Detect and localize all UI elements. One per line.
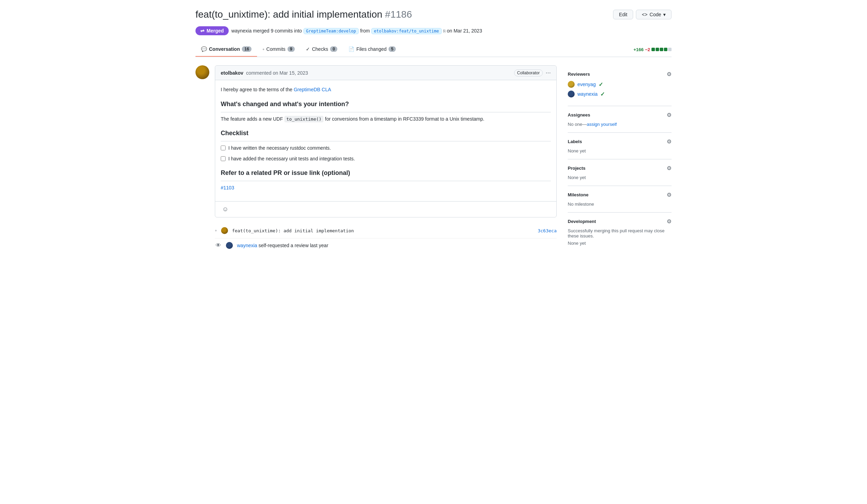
development-gear-button[interactable]: ⚙: [667, 218, 672, 225]
cla-text: I hereby agree to the terms of the: [221, 87, 292, 92]
pr-title-row: feat(to_unixtime): add initial implement…: [195, 8, 672, 21]
assignees-gear-button[interactable]: ⚙: [667, 112, 672, 118]
chevron-down-icon: ▾: [663, 12, 666, 17]
commit-message[interactable]: feat(to_unixtime): add initial implement…: [232, 228, 354, 233]
development-empty: None yet: [568, 241, 672, 246]
cla-link[interactable]: GreptimeDB CLA: [294, 87, 331, 92]
tabs-row: 💬 Conversation 16 ◦ Commits 9 ✓ Checks 0…: [195, 42, 672, 57]
tab-commits-label: Commits: [266, 46, 285, 52]
checks-icon: ✓: [306, 46, 310, 52]
labels-empty: None yet: [568, 148, 672, 153]
tab-files-changed[interactable]: 📄 Files changed 5: [343, 42, 401, 57]
tab-checks[interactable]: ✓ Checks 0: [300, 42, 343, 57]
comment-header: etolbakov commented on Mar 15, 2023 Coll…: [215, 66, 556, 80]
diff-block-2: [656, 48, 659, 51]
activity-user-link[interactable]: waynexia: [237, 243, 257, 248]
tab-files-label: Files changed: [356, 46, 386, 52]
reviewer-check-2: ✓: [600, 91, 605, 97]
commenter-avatar: [195, 65, 209, 79]
commit-hash[interactable]: 3c63eca: [538, 228, 557, 233]
activity-avatar: [226, 242, 233, 249]
merged-label: Merged: [207, 28, 224, 34]
tab-files-badge: 5: [389, 46, 396, 52]
milestone-header: Milestone ⚙: [568, 192, 672, 198]
related-issue-link[interactable]: #1103: [221, 185, 234, 190]
feature-desc-pre: The feature adds a new UDF: [221, 116, 283, 122]
from-text: from: [360, 28, 370, 34]
labels-header: Labels ⚙: [568, 138, 672, 145]
feature-code: to_unixtime(): [284, 116, 324, 122]
merge-info-text: waynexia merged 9 commits into: [231, 28, 302, 34]
milestone-gear-button[interactable]: ⚙: [667, 192, 672, 198]
commits-icon: ◦: [263, 46, 264, 52]
commit-avatar: [221, 227, 228, 234]
projects-gear-button[interactable]: ⚙: [667, 165, 672, 171]
diff-block-5: [668, 48, 672, 51]
reviewer-row-1: evenyag ✓: [568, 81, 672, 88]
cla-paragraph: I hereby agree to the terms of the Grept…: [221, 86, 551, 93]
pr-title-text: feat(to_unixtime): add initial implement…: [195, 9, 382, 20]
checklist-label-2: I have added the necessary unit tests an…: [228, 155, 355, 162]
assign-self-link[interactable]: assign yourself: [587, 122, 617, 127]
comment-header-left: etolbakov commented on Mar 15, 2023: [221, 70, 308, 76]
sidebar: Reviewers ⚙ evenyag ✓ waynexia ✓: [568, 65, 672, 258]
diff-deletions: −2: [645, 47, 650, 52]
sidebar-reviewers: Reviewers ⚙ evenyag ✓ waynexia ✓: [568, 65, 672, 106]
sidebar-projects: Projects ⚙ None yet: [568, 159, 672, 186]
code-button[interactable]: <> Code ▾: [636, 10, 672, 19]
checklist-checkbox-1[interactable]: [221, 146, 226, 150]
comment-author[interactable]: etolbakov: [221, 70, 243, 76]
tab-checks-badge: 0: [330, 46, 337, 52]
section3-title: Refer to a related PR or issue link (opt…: [221, 168, 551, 181]
section2-title: Checklist: [221, 128, 551, 141]
diff-block-4: [664, 48, 667, 51]
sidebar-labels: Labels ⚙ None yet: [568, 133, 672, 159]
merge-meta: waynexia merged 9 commits into GreptimeT…: [231, 28, 482, 34]
collaborator-badge: Collaborator: [514, 69, 543, 76]
base-branch-tag[interactable]: GreptimeTeam:develop: [303, 28, 359, 34]
checklist: I have written the necessary rustdoc com…: [221, 144, 551, 162]
related-issue-paragraph: #1103: [221, 184, 551, 192]
more-options-button[interactable]: ···: [546, 69, 551, 76]
conversation-icon: 💬: [201, 46, 207, 52]
merged-badge: ⇌ Merged: [195, 26, 229, 35]
feature-description: The feature adds a new UDF to_unixtime()…: [221, 115, 551, 123]
commit-row: ◦ feat(to_unixtime): add initial impleme…: [215, 223, 557, 239]
reviewers-title: Reviewers: [568, 72, 590, 77]
pr-title: feat(to_unixtime): add initial implement…: [195, 8, 412, 21]
diff-stat: +166 −2: [633, 43, 672, 56]
milestone-empty: No milestone: [568, 202, 672, 207]
head-branch-tag[interactable]: etolbakov:feat/to_unixtime: [371, 28, 442, 34]
files-icon: 📄: [348, 46, 354, 52]
tab-commits[interactable]: ◦ Commits 9: [257, 42, 300, 57]
reviewer-avatar-2: [568, 91, 575, 97]
comment-card: etolbakov commented on Mar 15, 2023 Coll…: [215, 65, 557, 217]
tab-checks-label: Checks: [312, 46, 328, 52]
emoji-reaction-button[interactable]: ☺: [221, 204, 230, 214]
copy-icon[interactable]: ⎘: [443, 29, 446, 34]
eye-icon: 👁: [215, 242, 222, 249]
sidebar-assignees: Assignees ⚙ No one—assign yourself: [568, 106, 672, 133]
comment-body: I hereby agree to the terms of the Grept…: [215, 80, 556, 201]
checklist-item-2: I have added the necessary unit tests an…: [221, 155, 551, 162]
reviewer-row-2: waynexia ✓: [568, 91, 672, 97]
tabs-left: 💬 Conversation 16 ◦ Commits 9 ✓ Checks 0…: [195, 42, 401, 57]
comment-header-right: Collaborator ···: [514, 69, 551, 76]
pr-title-actions: Edit <> Code ▾: [613, 10, 672, 19]
activity-row: 👁 waynexia self-requested a review last …: [215, 239, 557, 252]
tab-commits-badge: 9: [288, 46, 295, 52]
code-icon: <>: [642, 12, 647, 17]
assignees-empty-text: No one—: [568, 122, 587, 127]
merge-status-row: ⇌ Merged waynexia merged 9 commits into …: [195, 26, 672, 35]
tab-conversation-badge: 16: [242, 46, 251, 52]
reviewer-name-1[interactable]: evenyag: [577, 82, 596, 87]
projects-header: Projects ⚙: [568, 165, 672, 171]
checklist-checkbox-2[interactable]: [221, 156, 226, 161]
reviewer-name-2[interactable]: waynexia: [577, 91, 597, 97]
reviewers-gear-button[interactable]: ⚙: [667, 71, 672, 77]
labels-gear-button[interactable]: ⚙: [667, 138, 672, 145]
tab-conversation[interactable]: 💬 Conversation 16: [195, 42, 257, 57]
reviewer-avatar-1: [568, 81, 575, 88]
edit-button[interactable]: Edit: [613, 10, 633, 19]
main-layout: etolbakov commented on Mar 15, 2023 Coll…: [195, 65, 672, 258]
